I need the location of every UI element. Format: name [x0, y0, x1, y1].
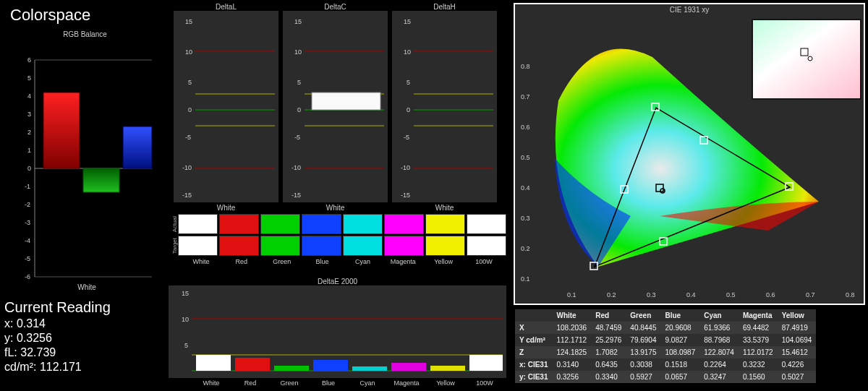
svg-text:5: 5 — [184, 342, 188, 349]
svg-text:0.6: 0.6 — [766, 291, 775, 298]
svg-text:0.4: 0.4 — [686, 291, 696, 298]
current-reading-title: Current Reading — [4, 299, 111, 316]
svg-rect-94 — [753, 20, 860, 98]
svg-text:-5: -5 — [185, 134, 191, 141]
svg-text:0: 0 — [407, 106, 410, 113]
rgb-bar-red — [43, 93, 80, 168]
svg-rect-60 — [196, 355, 231, 371]
svg-text:10: 10 — [404, 48, 411, 56]
page-title: Colorspace — [10, 6, 90, 24]
svg-text:0.2: 0.2 — [607, 291, 616, 298]
svg-text:10: 10 — [182, 316, 189, 323]
table-row: y: CIE310.32560.33400.59270.06570.32470.… — [515, 371, 816, 383]
svg-rect-66 — [430, 366, 465, 371]
deltae-title: DeltaE 2000 — [169, 278, 506, 285]
svg-text:10: 10 — [185, 48, 192, 56]
table-row: Y cd/m²112.171225.297679.69049.082788.79… — [515, 334, 816, 346]
svg-text:White: White — [77, 283, 96, 291]
svg-text:1: 1 — [27, 147, 31, 154]
cie-inset — [752, 20, 861, 99]
svg-text:4: 4 — [27, 93, 31, 100]
svg-text:-10: -10 — [401, 164, 410, 171]
svg-text:-5: -5 — [294, 134, 300, 141]
deltae-label: Yellow — [426, 379, 465, 387]
svg-text:5: 5 — [407, 79, 410, 86]
svg-text:-1: -1 — [25, 183, 30, 190]
svg-text:-3: -3 — [25, 219, 30, 226]
rgb-balance-chart: 654 321 0-1-2 -3-4-5 -6 White — [14, 38, 156, 298]
svg-text:0: 0 — [188, 106, 192, 113]
svg-text:10: 10 — [294, 48, 302, 56]
svg-text:0.5: 0.5 — [521, 154, 530, 161]
svg-rect-65 — [391, 363, 426, 371]
svg-text:0.4: 0.4 — [521, 184, 530, 192]
swatch-label: White — [182, 258, 221, 265]
svg-rect-64 — [352, 366, 387, 371]
svg-text:-4: -4 — [25, 237, 30, 244]
svg-text:0.7: 0.7 — [806, 291, 815, 298]
svg-text:0.1: 0.1 — [567, 291, 576, 298]
svg-text:-10: -10 — [292, 164, 301, 171]
svg-text:0.1: 0.1 — [521, 275, 530, 283]
deltac-bar-white — [312, 93, 380, 110]
svg-text:0.8: 0.8 — [521, 63, 530, 70]
deltae-label: Blue — [309, 379, 348, 387]
deltae-label: Red — [231, 379, 270, 387]
deltac-chart: 15105 0-5-10 -15 — [283, 11, 388, 202]
reading-fl: fL: 32.739 — [4, 346, 111, 359]
svg-text:-6: -6 — [25, 273, 30, 280]
reading-x: x: 0.314 — [4, 317, 111, 330]
deltae-label: Magenta — [387, 379, 426, 387]
deltae-chart: 15105 — [169, 285, 506, 378]
rgb-bar-green — [83, 168, 119, 192]
svg-text:5: 5 — [188, 79, 192, 86]
swatch-label: Green — [263, 258, 302, 265]
swatch-label: 100W — [464, 258, 503, 265]
deltae-label: Cyan — [348, 379, 387, 387]
svg-text:0.6: 0.6 — [521, 124, 530, 131]
swatch-row-actual-colors — [178, 214, 506, 234]
svg-rect-67 — [469, 355, 503, 371]
deltae-label: White — [192, 379, 231, 387]
swatch-label: Red — [222, 258, 261, 265]
svg-text:0: 0 — [297, 106, 301, 113]
svg-rect-62 — [274, 366, 309, 371]
rgb-balance-title: RGB Balance — [14, 30, 156, 38]
svg-text:15: 15 — [182, 290, 189, 297]
svg-rect-63 — [313, 360, 348, 371]
reading-cd: cd/m²: 112.171 — [4, 361, 111, 374]
swatch-label: Cyan — [344, 258, 383, 265]
swatch-label: Blue — [303, 258, 342, 265]
rgb-bar-blue — [123, 126, 152, 168]
svg-text:-5: -5 — [404, 134, 409, 141]
svg-text:-10: -10 — [182, 164, 192, 171]
svg-text:5: 5 — [27, 74, 31, 82]
deltae-label: 100W — [465, 379, 504, 387]
swatch-row-actual: Actual — [171, 216, 178, 232]
swatch-row-target-colors — [178, 236, 506, 256]
svg-text:0.3: 0.3 — [647, 291, 656, 298]
cie-title: CIE 1931 xy — [515, 6, 864, 14]
color-data-table: White Red Green Blue Cyan Magenta Yellow… — [515, 309, 816, 383]
svg-text:-15: -15 — [292, 192, 301, 199]
cie-chart: 0.10.20.3 0.40.50.6 0.70.8 0.10.20.3 0.4… — [515, 14, 864, 301]
deltah-title: DeltaH — [392, 3, 497, 11]
swatch-label: Magenta — [383, 258, 422, 265]
svg-text:0.7: 0.7 — [521, 93, 530, 100]
svg-text:-15: -15 — [182, 192, 192, 199]
svg-text:0.2: 0.2 — [521, 245, 530, 252]
table-row: X108.203648.745940.844520.960861.936669.… — [515, 322, 816, 334]
svg-text:0.3: 0.3 — [521, 215, 530, 222]
svg-text:15: 15 — [294, 18, 302, 25]
swatch-label: Yellow — [424, 258, 463, 265]
deltah-chart: 15105 0-5-10 -15 — [392, 11, 497, 202]
svg-text:6: 6 — [27, 56, 31, 64]
deltal-title: DeltaL — [174, 3, 278, 11]
deltal-chart: 15105 0-5-10 -15 — [174, 11, 278, 202]
deltae-label: Green — [270, 379, 309, 387]
svg-text:-15: -15 — [401, 192, 410, 199]
svg-text:15: 15 — [185, 18, 192, 25]
svg-rect-61 — [235, 358, 270, 371]
svg-text:0: 0 — [27, 165, 31, 172]
svg-text:-2: -2 — [25, 201, 30, 208]
